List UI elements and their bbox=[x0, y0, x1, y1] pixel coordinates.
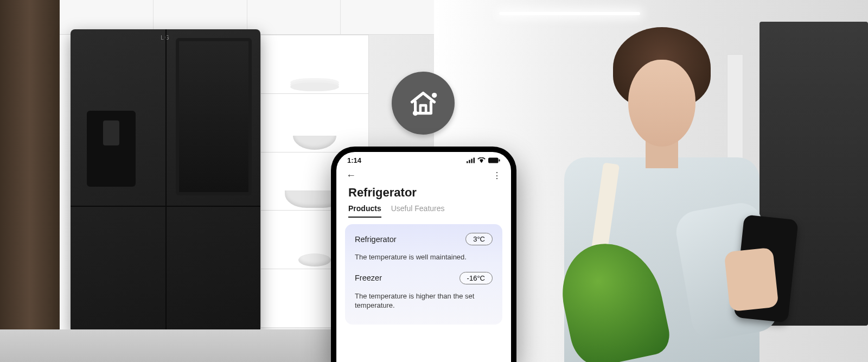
svg-rect-4 bbox=[469, 160, 470, 163]
svg-rect-0 bbox=[420, 105, 426, 113]
status-bar: 1:14 bbox=[336, 152, 511, 166]
thinq-badge bbox=[392, 72, 455, 135]
svg-rect-8 bbox=[499, 159, 500, 161]
thinq-home-icon bbox=[405, 85, 441, 121]
wood-wall bbox=[0, 0, 60, 362]
svg-rect-3 bbox=[467, 161, 468, 163]
page-title: Refrigerator bbox=[336, 183, 511, 201]
svg-point-2 bbox=[413, 111, 418, 116]
svg-rect-5 bbox=[471, 159, 473, 163]
wifi-icon bbox=[477, 157, 486, 163]
app-nav: ← ⋮ bbox=[336, 166, 511, 183]
svg-rect-7 bbox=[488, 157, 499, 163]
freezer-label: Freezer bbox=[355, 274, 382, 282]
instaview-panel bbox=[176, 38, 252, 195]
promo-scene: LG bbox=[0, 0, 868, 362]
person-with-phone bbox=[532, 11, 760, 362]
freezer-temp-pill[interactable]: -16°C bbox=[459, 272, 493, 284]
refrigerator-appliance: LG bbox=[71, 29, 260, 333]
status-time: 1:14 bbox=[347, 156, 361, 164]
water-dispenser bbox=[87, 111, 136, 187]
app-screen: 1:14 ← ⋮ Refrigerator Products Useful Fe… bbox=[336, 152, 511, 362]
status-icons bbox=[467, 157, 500, 163]
fridge-label: Refrigerator bbox=[355, 235, 397, 244]
svg-point-1 bbox=[432, 93, 437, 98]
tab-useful-features[interactable]: Useful Features bbox=[391, 204, 445, 218]
phone-mockup: 1:14 ← ⋮ Refrigerator Products Useful Fe… bbox=[331, 147, 516, 362]
more-button[interactable]: ⋮ bbox=[493, 170, 501, 181]
back-button[interactable]: ← bbox=[346, 170, 356, 181]
fridge-temp-pill[interactable]: 3°C bbox=[465, 233, 493, 245]
tab-bar: Products Useful Features bbox=[336, 201, 511, 218]
freezer-row: Freezer -16°C bbox=[355, 272, 493, 284]
battery-icon bbox=[488, 157, 500, 163]
fridge-status-text: The temperature is well maintained. bbox=[355, 253, 493, 262]
svg-rect-6 bbox=[474, 158, 475, 163]
fridge-row: Refrigerator 3°C bbox=[355, 233, 493, 245]
tab-products[interactable]: Products bbox=[348, 204, 381, 218]
temperature-card: Refrigerator 3°C The temperature is well… bbox=[345, 224, 502, 325]
cellular-icon bbox=[467, 157, 475, 163]
freezer-status-text: The temperature is higher than the set t… bbox=[355, 292, 493, 310]
